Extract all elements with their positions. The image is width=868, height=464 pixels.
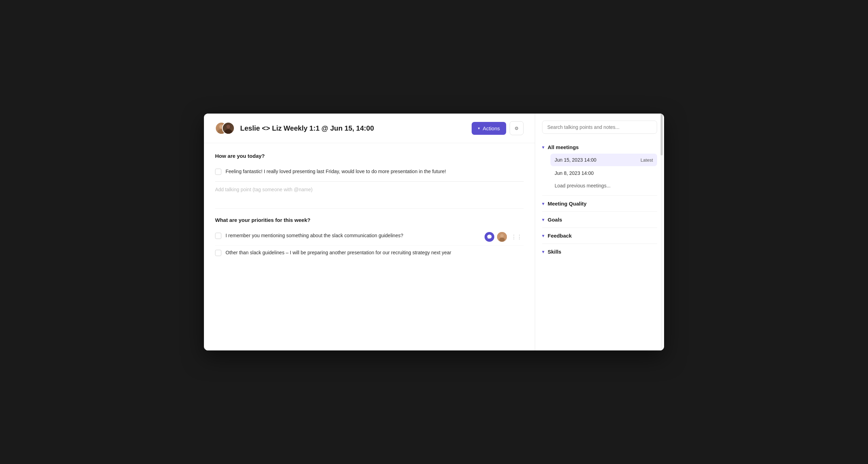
left-panel: Leslie <> Liz Weekly 1:1 @ Jun 15, 14:00… bbox=[204, 114, 535, 350]
item-text-3: Other than slack guidelines – I will be … bbox=[226, 249, 480, 257]
meeting-avatars bbox=[215, 121, 235, 135]
table-row: I remember you mentioning something abou… bbox=[215, 229, 524, 246]
chevron-down-icon-quality: ▾ bbox=[542, 201, 544, 206]
more-options-icon-1[interactable]: ⋮⋮ bbox=[510, 169, 524, 177]
meeting-date-2: Jun 8, 2023 14:00 bbox=[555, 170, 594, 176]
goals-label: Goals bbox=[548, 217, 562, 223]
main-content: How are you today? Feeling fantastic! I … bbox=[204, 143, 535, 350]
load-previous-button[interactable]: Load previous meetings... bbox=[550, 180, 657, 191]
search-input[interactable] bbox=[542, 121, 657, 134]
item-actions-2: ⋮⋮ bbox=[485, 232, 524, 242]
avatar-liz bbox=[222, 122, 235, 134]
table-row: Other than slack guidelines – I will be … bbox=[215, 246, 524, 262]
table-row: Feeling fantastic! I really loved presen… bbox=[215, 164, 524, 181]
header: Leslie <> Liz Weekly 1:1 @ Jun 15, 14:00… bbox=[204, 114, 535, 143]
sidebar-section-goals: ▾ Goals bbox=[542, 213, 657, 226]
checkbox-item-1[interactable] bbox=[215, 169, 221, 175]
header-actions: ▾ Actions ⚙ bbox=[472, 121, 524, 135]
meeting-quality-label: Meeting Quality bbox=[548, 201, 587, 207]
all-meetings-header[interactable]: ▾ All meetings bbox=[542, 141, 657, 154]
svg-point-14 bbox=[499, 255, 505, 259]
all-meetings-label: All meetings bbox=[548, 144, 579, 150]
sidebar-divider-2 bbox=[542, 211, 657, 212]
app-window: Leslie <> Liz Weekly 1:1 @ Jun 15, 14:00… bbox=[204, 114, 664, 350]
latest-badge: Latest bbox=[641, 157, 653, 163]
sidebar-section-feedback: ▾ Feedback bbox=[542, 229, 657, 242]
chevron-down-icon-goals: ▾ bbox=[542, 217, 544, 222]
svg-point-8 bbox=[499, 173, 505, 178]
add-talking-point-1[interactable]: Add talking point (tag someone with @nam… bbox=[215, 181, 524, 197]
svg-point-4 bbox=[224, 129, 232, 134]
more-options-icon-3[interactable]: ⋮⋮ bbox=[510, 250, 524, 258]
sidebar-divider-3 bbox=[542, 227, 657, 228]
svg-point-7 bbox=[500, 170, 504, 173]
liz-avatar-svg bbox=[223, 123, 234, 134]
goals-header[interactable]: ▾ Goals bbox=[542, 213, 657, 226]
speech-bubble-icon-3 bbox=[486, 250, 493, 257]
feedback-label: Feedback bbox=[548, 233, 572, 239]
skills-label: Skills bbox=[548, 249, 561, 255]
section-how-are-you: How are you today? Feeling fantastic! I … bbox=[215, 153, 524, 197]
right-panel: ▾ All meetings Jun 15, 2023 14:00 Latest… bbox=[535, 114, 664, 350]
section-divider bbox=[215, 208, 524, 209]
svg-point-10 bbox=[500, 234, 504, 238]
sidebar-section-meeting-quality: ▾ Meeting Quality bbox=[542, 197, 657, 210]
section-title-1: How are you today? bbox=[215, 153, 524, 159]
actions-button[interactable]: ▾ Actions bbox=[472, 122, 506, 135]
sidebar-content: ▾ All meetings Jun 15, 2023 14:00 Latest… bbox=[535, 141, 664, 350]
section-title-2: What are your priorities for this week? bbox=[215, 217, 524, 223]
meeting-list: Jun 15, 2023 14:00 Latest Jun 8, 2023 14… bbox=[542, 154, 657, 194]
meeting-list-item-active[interactable]: Jun 15, 2023 14:00 Latest bbox=[550, 154, 657, 166]
chevron-down-icon-skills: ▾ bbox=[542, 249, 544, 254]
checkbox-item-3[interactable] bbox=[215, 250, 221, 256]
chevron-down-icon: ▾ bbox=[478, 126, 480, 131]
section-priorities: What are your priorities for this week? … bbox=[215, 217, 524, 262]
sidebar-section-skills: ▾ Skills bbox=[542, 245, 657, 258]
sidebar-section-all-meetings: ▾ All meetings Jun 15, 2023 14:00 Latest… bbox=[542, 141, 657, 194]
more-options-icon-2[interactable]: ⋮⋮ bbox=[510, 233, 524, 241]
svg-point-13 bbox=[500, 251, 504, 255]
feedback-header[interactable]: ▾ Feedback bbox=[542, 229, 657, 242]
actions-label: Actions bbox=[483, 125, 500, 131]
settings-button[interactable]: ⚙ bbox=[510, 121, 524, 135]
item-text-2: I remember you mentioning something abou… bbox=[226, 232, 480, 240]
avatar-leslie-item bbox=[497, 168, 507, 178]
chevron-down-icon-feedback: ▾ bbox=[542, 233, 544, 238]
sidebar-divider-4 bbox=[542, 243, 657, 244]
scrollbar-track bbox=[661, 114, 663, 350]
comment-icon-1[interactable] bbox=[485, 168, 494, 178]
skills-header[interactable]: ▾ Skills bbox=[542, 245, 657, 258]
meeting-date-1: Jun 15, 2023 14:00 bbox=[555, 157, 596, 163]
gear-icon: ⚙ bbox=[515, 126, 519, 131]
meeting-quality-header[interactable]: ▾ Meeting Quality bbox=[542, 197, 657, 210]
comment-icon-3[interactable] bbox=[485, 249, 494, 259]
avatar-leslie-item-3 bbox=[497, 249, 507, 259]
svg-point-11 bbox=[499, 238, 505, 242]
svg-point-5 bbox=[227, 125, 230, 129]
chevron-up-icon: ▾ bbox=[542, 145, 544, 150]
sidebar-divider-1 bbox=[542, 195, 657, 196]
item-text-1: Feeling fantastic! I really loved presen… bbox=[226, 168, 480, 176]
meeting-list-item-2[interactable]: Jun 8, 2023 14:00 bbox=[550, 167, 657, 179]
checkbox-item-2[interactable] bbox=[215, 233, 221, 239]
meeting-title: Leslie <> Liz Weekly 1:1 @ Jun 15, 14:00 bbox=[240, 124, 466, 132]
speech-bubble-icon bbox=[486, 169, 493, 176]
comment-icon-2[interactable] bbox=[485, 232, 494, 242]
avatar-liz-item bbox=[497, 232, 507, 242]
scrollbar-thumb[interactable] bbox=[661, 114, 663, 155]
speech-bubble-active-icon bbox=[487, 234, 492, 240]
